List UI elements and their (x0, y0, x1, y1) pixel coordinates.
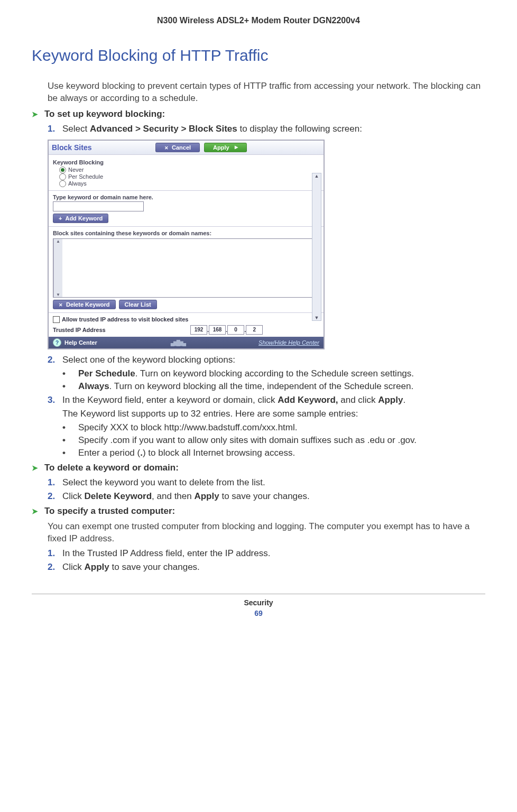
trusted-step-2: 2. Click Apply to save your changes. (48, 562, 485, 573)
step-text: Select one of the keyword blocking optio… (62, 355, 485, 365)
radio-icon (59, 167, 66, 173)
procedure-heading-delete: To delete a keyword or domain: (32, 463, 485, 473)
step-number: 2. (48, 491, 62, 502)
help-toggle-link[interactable]: Show/Hide Help Center (258, 339, 319, 346)
ip-octet-2[interactable]: 168 (209, 325, 226, 335)
help-center-bar[interactable]: ?Help Center ▄▆█▆▄ Show/Hide Help Center (49, 337, 324, 348)
step-text: Select the keyword you want to delete fr… (62, 477, 485, 488)
bullet-always: • Always. Turn on keyword blocking all t… (62, 381, 485, 392)
radio-icon (59, 180, 66, 187)
trusted-intro: You can exempt one trusted computer from… (48, 521, 485, 545)
step-number: 1. (48, 477, 62, 488)
clear-list-button[interactable]: Clear List (119, 300, 157, 309)
radio-icon (59, 173, 66, 180)
radio-always[interactable]: Always (59, 180, 319, 187)
delete-keyword-button[interactable]: Delete Keyword (53, 300, 116, 309)
step-text: In the Trusted IP Address field, enter t… (62, 548, 485, 559)
step-2: 2. Select one of the keyword blocking op… (48, 355, 485, 365)
bullet-sample-1: • Specify XXX to block http://www.badstu… (62, 422, 485, 433)
expand-arrow-icon: ▄▆█▆▄ (97, 340, 258, 346)
scroll-down-icon[interactable]: ▼ (315, 315, 319, 320)
apply-button[interactable]: Apply (204, 143, 247, 152)
intro-paragraph: Use keyword blocking to prevent certain … (48, 80, 485, 105)
step-number: 3. (48, 395, 62, 405)
close-icon (164, 144, 169, 151)
allow-trusted-checkbox[interactable] (53, 316, 60, 323)
step-number: 2. (48, 562, 62, 573)
step-number: 1. (48, 548, 62, 559)
ip-octet-3[interactable]: 0 (227, 325, 244, 335)
keyword-listbox[interactable]: ▲ ▼ (53, 238, 319, 298)
cancel-button[interactable]: Cancel (155, 143, 200, 152)
trusted-step-1: 1. In the Trusted IP Address field, ente… (48, 548, 485, 559)
ip-octet-1[interactable]: 192 (190, 325, 207, 335)
block-sites-screenshot: Block Sites Cancel Apply ▲ ▼ Keyword Blo… (48, 140, 325, 350)
step-text: In the Keyword field, enter a keyword or… (62, 395, 485, 405)
bullet-per-schedule: • Per Schedule. Turn on keyword blocking… (62, 368, 485, 379)
trusted-ip-label: Trusted IP Address (53, 327, 190, 333)
step-number: 2. (48, 355, 62, 365)
allow-trusted-row[interactable]: Allow trusted IP address to visit blocke… (53, 316, 319, 324)
procedure-heading-setup: To set up keyword blocking: (32, 109, 485, 119)
ui-screen-title: Block Sites (52, 143, 99, 152)
page-title: Keyword Blocking of HTTP Traffic (32, 47, 485, 64)
radio-per-schedule[interactable]: Per Schedule (59, 173, 319, 180)
page-footer: Security 69 (32, 594, 485, 617)
radio-never[interactable]: Never (59, 167, 319, 173)
step-text: Click Delete Keyword, and then Apply to … (62, 491, 485, 502)
step-1: 1. Select Advanced > Security > Block Si… (48, 124, 485, 134)
type-keyword-label: Type keyword or domain name here. (53, 194, 319, 200)
procedure-heading-trusted: To specify a trusted computer: (32, 506, 485, 516)
scroll-up-icon[interactable]: ▲ (315, 173, 319, 179)
help-icon: ? (53, 338, 61, 347)
footer-chapter: Security (32, 598, 485, 607)
ui-body: ▲ ▼ Keyword Blocking Never Per Schedule … (49, 155, 324, 337)
trusted-ip-row: Trusted IP Address 192 . 168 . 0 . 2 (53, 325, 319, 335)
delete-step-1: 1. Select the keyword you want to delete… (48, 477, 485, 488)
plus-icon (59, 215, 62, 222)
step-number: 1. (48, 124, 62, 134)
ui-toolbar: Block Sites Cancel Apply (49, 141, 324, 155)
footer-page-number: 69 (32, 609, 485, 617)
bullet-sample-2: • Specify .com if you want to allow only… (62, 435, 485, 446)
keyword-input[interactable] (53, 201, 144, 211)
block-containing-label: Block sites containing these keywords or… (53, 230, 319, 236)
keyword-blocking-label: Keyword Blocking (53, 159, 319, 165)
delete-step-2: 2. Click Delete Keyword, and then Apply … (48, 491, 485, 502)
step-text: Select Advanced > Security > Block Sites… (62, 124, 485, 134)
add-keyword-button[interactable]: Add Keyword (53, 214, 108, 223)
keyword-note: The Keyword list supports up to 32 entri… (62, 409, 485, 419)
step-3: 3. In the Keyword field, enter a keyword… (48, 395, 485, 405)
step-text: Click Apply to save your changes. (62, 562, 485, 573)
ip-octet-4[interactable]: 2 (246, 325, 263, 335)
scroll-down-icon[interactable]: ▼ (56, 292, 60, 297)
bullet-sample-3: • Enter a period (.) to block all Intern… (62, 448, 485, 458)
list-scrollbar[interactable]: ▲ ▼ (53, 239, 62, 297)
close-icon (59, 301, 63, 308)
main-scrollbar[interactable]: ▲ ▼ (312, 173, 321, 321)
doc-header: N300 Wireless ADSL2+ Modem Router DGN220… (32, 16, 485, 25)
scroll-up-icon[interactable]: ▲ (56, 239, 60, 244)
